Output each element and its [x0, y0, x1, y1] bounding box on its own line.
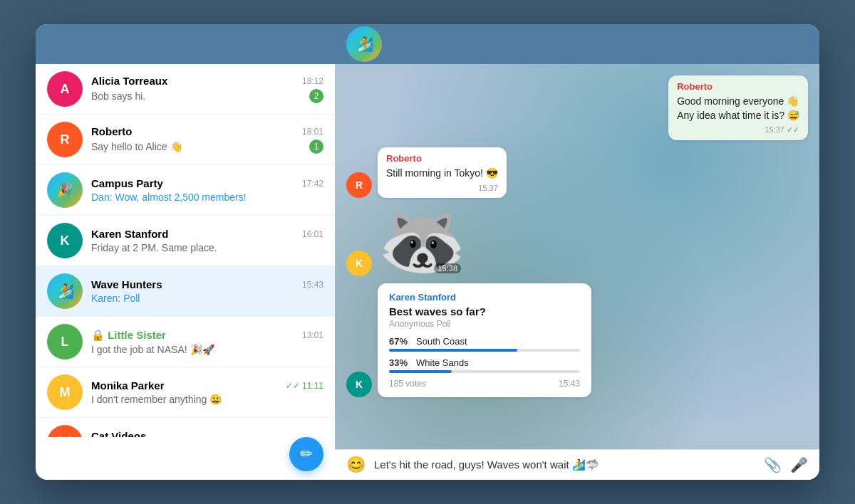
- poll-bar-bg: [389, 349, 580, 352]
- poll-option[interactable]: 67% South Coast: [389, 336, 580, 352]
- bubble-sender: Roberto: [386, 153, 498, 164]
- unread-badge: 2: [309, 89, 323, 103]
- chat-info: Roberto 18:01 Say hello to Alice 👋 1: [91, 125, 323, 154]
- chat-time: 18:01: [302, 127, 323, 137]
- bubble-text: Good morning everyone 👋Any idea what tim…: [677, 95, 799, 122]
- message-bubble-self: Roberto Good morning everyone 👋Any idea …: [668, 75, 808, 140]
- bubble-sender: Roberto: [677, 81, 799, 92]
- chat-info: 🔒 Little Sister 13:01 I got the job at N…: [91, 329, 323, 355]
- avatar: 🎉: [47, 172, 83, 208]
- chat-time: 18:12: [302, 76, 323, 86]
- chat-bottom: Say hello to Alice 👋 1: [91, 140, 323, 154]
- chat-item-wavehunters[interactable]: 🏄 Wave Hunters 15:43 Karen: Poll: [36, 266, 335, 317]
- poll-bar-bg: [389, 370, 580, 373]
- chat-item-alicia[interactable]: A Alicia Torreaux 18:12 Bob says hi. 2: [36, 64, 335, 115]
- poll-bar-fill: [389, 370, 452, 373]
- group-avatar: 🏄: [47, 273, 83, 309]
- sticker-time: 15:38: [434, 263, 461, 273]
- chat-list: A Alicia Torreaux 18:12 Bob says hi. 2 R…: [36, 64, 335, 437]
- chat-preview: Bob says hi.: [91, 90, 145, 102]
- avatar: L: [47, 324, 83, 359]
- chat-preview: Say hello to Alice 👋: [91, 141, 182, 152]
- chat-item-monika[interactable]: M Monika Parker ✓✓ 11:11 I don't remembe…: [36, 367, 335, 418]
- compose-button[interactable]: ✏: [289, 437, 323, 471]
- chat-time: 17:42: [302, 179, 323, 189]
- chat-top: Cat Videos: [91, 430, 323, 437]
- chat-top: Monika Parker ✓✓ 11:11: [91, 379, 323, 392]
- chat-top: Karen Stanford 16:01: [91, 228, 323, 240]
- poll-pct: 67%: [389, 336, 410, 347]
- poll-bar-fill: [389, 349, 517, 352]
- app-inner: A Alicia Torreaux 18:12 Bob says hi. 2 R…: [36, 24, 819, 480]
- chat-info: Wave Hunters 15:43 Karen: Poll: [91, 278, 323, 304]
- chat-top: Campus Party 17:42: [91, 177, 323, 189]
- chat-header: 🏄: [335, 24, 819, 64]
- message-row: K Karen Stanford Best waves so far? Anon…: [346, 283, 808, 397]
- chat-item-roberto[interactable]: R Roberto 18:01 Say hello to Alice 👋 1: [36, 115, 335, 165]
- mic-icon[interactable]: 🎤: [790, 456, 808, 473]
- chat-item-karen[interactable]: K Karen Stanford 16:01 Friday at 2 PM. S…: [36, 216, 335, 266]
- poll-pct: 33%: [389, 357, 410, 368]
- chat-bottom: I got the job at NASA! 🎉🚀: [91, 344, 323, 355]
- poll-option[interactable]: 33% White Sands: [389, 357, 580, 373]
- chat-name: Monika Parker: [91, 379, 165, 392]
- chat-info: Karen Stanford 16:01 Friday at 2 PM. Sam…: [91, 228, 323, 253]
- bubble-time: 15:37 ✓✓: [677, 125, 799, 135]
- poll-question: Best waves so far?: [389, 305, 580, 317]
- avatar: R: [47, 122, 83, 157]
- chat-preview: Friday at 2 PM. Same place.: [91, 242, 217, 253]
- chat-bottom: Karen: Poll: [91, 293, 323, 304]
- chat-bottom: Friday at 2 PM. Same place.: [91, 242, 323, 253]
- poll-votes: 185 votes: [389, 379, 426, 389]
- chat-name: Wave Hunters: [91, 278, 162, 290]
- read-checkmarks: ✓✓: [787, 125, 799, 134]
- poll-avatar: K: [346, 372, 372, 397]
- chat-name: Alicia Torreaux: [91, 75, 167, 87]
- message-input[interactable]: [374, 459, 755, 471]
- chat-area: 🏄 Roberto Good morning everyone 👋Any ide…: [335, 24, 819, 480]
- poll-type: Anonymous Poll: [389, 319, 580, 329]
- unread-badge: 1: [309, 140, 323, 154]
- avatar: M: [47, 374, 83, 410]
- group-avatar: 🏄: [346, 26, 382, 62]
- sidebar: A Alicia Torreaux 18:12 Bob says hi. 2 R…: [36, 24, 335, 480]
- chat-name: Cat Videos: [91, 430, 146, 437]
- chat-top: Wave Hunters 15:43: [91, 278, 323, 290]
- chat-item-catvideos[interactable]: 🐱 Cat Videos Video: [36, 418, 335, 437]
- sticker-avatar: K: [346, 251, 372, 276]
- chat-time: 15:43: [302, 280, 323, 290]
- chat-preview: I don't remember anything 😀: [91, 394, 222, 405]
- bubble-time: 15:37: [386, 184, 498, 192]
- chat-info: Cat Videos Video: [91, 430, 323, 437]
- message-row: R Roberto Still morning in Tokyo! 😎 15:3…: [346, 147, 808, 198]
- avatar: K: [47, 223, 83, 258]
- chat-item-littlesister[interactable]: L 🔒 Little Sister 13:01 I got the job at…: [36, 317, 335, 367]
- chat-time: 16:01: [302, 229, 323, 239]
- chat-name: Karen Stanford: [91, 228, 168, 240]
- chat-info: Alicia Torreaux 18:12 Bob says hi. 2: [91, 75, 323, 103]
- emoji-button[interactable]: 😊: [346, 456, 366, 474]
- chat-item-campus[interactable]: 🎉 Campus Party 17:42 Dan: Wow, almost 2,…: [36, 165, 335, 216]
- poll-label: South Coast: [416, 336, 467, 347]
- chat-preview: Dan: Wow, almost 2,500 members!: [91, 191, 247, 203]
- message-avatar: R: [346, 172, 372, 198]
- chat-bottom: Bob says hi. 2: [91, 89, 323, 103]
- chat-bottom: Dan: Wow, almost 2,500 members!: [91, 191, 323, 203]
- avatar: A: [47, 71, 83, 107]
- message-row: K 🦝 15:38: [346, 205, 808, 276]
- chat-bottom: I don't remember anything 😀: [91, 394, 323, 405]
- poll-footer: 185 votes 15:43: [389, 379, 580, 389]
- chat-preview: I got the job at NASA! 🎉🚀: [91, 344, 214, 355]
- message-bubble: Roberto Still morning in Tokyo! 😎 15:37: [378, 147, 507, 198]
- sticker-message: 🦝 15:38: [378, 205, 467, 276]
- chat-top: 🔒 Little Sister 13:01: [91, 329, 323, 342]
- poll-bubble: Karen Stanford Best waves so far? Anonym…: [378, 283, 591, 397]
- compose-icon: ✏: [300, 445, 313, 463]
- app-container: A Alicia Torreaux 18:12 Bob says hi. 2 R…: [36, 24, 819, 480]
- poll-label: White Sands: [416, 357, 469, 368]
- messages: Roberto Good morning everyone 👋Any idea …: [335, 64, 819, 449]
- attach-icon[interactable]: 📎: [764, 456, 782, 473]
- message-row: Roberto Good morning everyone 👋Any idea …: [346, 75, 808, 140]
- chat-header-left: 🏄: [346, 26, 390, 62]
- chat-name: 🔒 Little Sister: [91, 329, 166, 342]
